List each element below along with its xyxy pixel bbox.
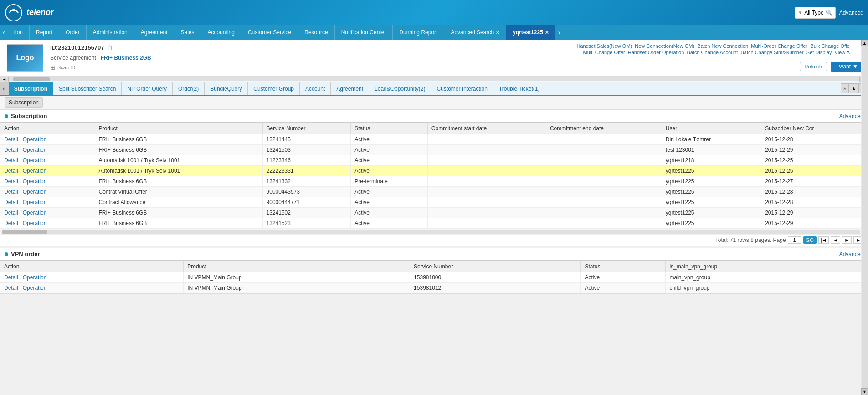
status-cell: Active [351, 218, 428, 229]
nav-item-accounting[interactable]: Accounting [201, 25, 241, 40]
nav-item-customer-service[interactable]: Customer Service [241, 25, 298, 40]
nav-item-dunning-report[interactable]: Dunning Report [393, 25, 444, 40]
vpn-operation-link[interactable]: Operation [23, 285, 47, 291]
tab-split-subscriber[interactable]: Split Subscriber Search [53, 82, 122, 96]
link-bulk-change[interactable]: Bulk Change Offe [810, 43, 850, 49]
detail-link[interactable]: Detail [4, 199, 18, 205]
vpn-title: VPN order [5, 251, 40, 257]
advanced-header-link[interactable]: Advanced [839, 10, 863, 16]
commitment-start-cell [427, 176, 546, 187]
operation-link[interactable]: Operation [23, 178, 47, 185]
operation-link[interactable]: Operation [23, 189, 47, 195]
operation-link[interactable]: Operation [23, 220, 47, 226]
prev-page-btn[interactable]: ◄ [831, 236, 840, 244]
link-handset-order[interactable]: Handset Order Operation [628, 50, 684, 55]
nav-item-yqrtest1225[interactable]: yqrtest1225 ✕ [506, 25, 555, 40]
search-icon[interactable]: 🔍 [826, 10, 832, 16]
page-input[interactable] [788, 236, 801, 244]
refresh-button[interactable]: Refresh [800, 62, 827, 71]
detail-link[interactable]: Detail [4, 178, 18, 185]
subscription-row: Detail Operation FRI+ Business 6GB 13241… [0, 208, 868, 218]
nav-arrow-left[interactable]: ‹ [0, 25, 8, 40]
tab-nav-left[interactable]: « [0, 82, 9, 96]
user-cell: test 123001 [662, 145, 761, 155]
search-dropdown[interactable]: ▼ All Type 🔍 [795, 7, 835, 19]
subscription-hscroll[interactable]: ► [0, 229, 868, 234]
status-cell: Active [351, 197, 428, 208]
tab-trouble-ticket[interactable]: Trouble Ticket(1) [493, 82, 546, 96]
tab-customer-group[interactable]: Customer Group [248, 82, 300, 96]
link-batch-new-connection[interactable]: Batch New Connection [697, 43, 748, 49]
link-set-display[interactable]: Set Display [806, 50, 832, 55]
tab-lead-opportunity[interactable]: Lead&Opportunity(2) [369, 82, 431, 96]
detail-link[interactable]: Detail [4, 157, 18, 164]
vpn-detail-link[interactable]: Detail [4, 285, 18, 291]
user-cell: yqrtest1225 [662, 187, 761, 197]
tab-customer-interaction[interactable]: Customer Interaction [431, 82, 493, 96]
status-cell: Active [351, 187, 428, 197]
link-batch-change-sim[interactable]: Batch Change Sim&Number [740, 50, 803, 55]
operation-link[interactable]: Operation [23, 157, 47, 164]
link-multi-order-change[interactable]: Multi-Order Change Offer [751, 43, 807, 49]
link-handset-sales[interactable]: Handset Sales(New OM) [577, 43, 632, 49]
tab-subscription[interactable]: Subscription [9, 82, 53, 96]
link-batch-change-account[interactable]: Batch Change Account [687, 50, 738, 55]
tab-nav-right[interactable]: » [841, 83, 849, 93]
tab-scroll-up[interactable]: ▲ [849, 83, 858, 93]
yqrtest-close-icon[interactable]: ✕ [545, 30, 549, 35]
detail-link[interactable]: Detail [4, 168, 18, 174]
nav-item-tion[interactable]: tion [8, 25, 30, 40]
link-multi-change[interactable]: Multi Change Offer [583, 50, 625, 55]
nav-item-administration[interactable]: Administration [87, 25, 134, 40]
tab-order[interactable]: Order(2) [173, 82, 205, 96]
operation-link[interactable]: Operation [23, 147, 47, 153]
tab-agreement[interactable]: Agreement [331, 82, 369, 96]
detail-link[interactable]: Detail [4, 210, 18, 216]
detail-link[interactable]: Detail [4, 189, 18, 195]
nav-item-resource[interactable]: Resource [298, 25, 334, 40]
detail-link[interactable]: Detail [4, 220, 18, 226]
scroll-left-btn[interactable]: ◄ [0, 77, 9, 82]
subscription-row: Detail Operation FRI+ Business 6GB 13241… [0, 176, 868, 187]
advanced-search-close-icon[interactable]: ✕ [496, 30, 499, 35]
detail-link[interactable]: Detail [4, 147, 18, 153]
operation-link[interactable]: Operation [23, 168, 47, 174]
link-view-a[interactable]: View A [835, 50, 850, 55]
scan-id-label[interactable]: Scan ID [57, 65, 75, 70]
subscription-row: Detail Operation Automatisk 1001 / Tryk … [0, 155, 868, 166]
nav-item-advanced-search[interactable]: Advanced Search ✕ [444, 25, 506, 40]
vpn-advanced-link[interactable]: Advanced [839, 251, 863, 257]
top-header: telenor ▼ All Type 🔍 Advanced [0, 0, 868, 25]
tab-account[interactable]: Account [300, 82, 331, 96]
vpn-operation-link[interactable]: Operation [23, 274, 47, 281]
operation-link[interactable]: Operation [23, 199, 47, 205]
iwant-button[interactable]: I want ▼ [831, 62, 863, 72]
next-page-btn[interactable]: ► [842, 236, 852, 244]
horizontal-scrollbar[interactable]: ◄ ► [0, 77, 868, 82]
tab-bundlequery[interactable]: BundleQuery [205, 82, 248, 96]
main-scroll-up[interactable]: ▲ [861, 40, 868, 46]
subscription-section: Subscription Advanced Action Product Ser… [0, 110, 868, 246]
nav-item-sales[interactable]: Sales [174, 25, 201, 40]
sub-tab-subscription[interactable]: Subscription [5, 97, 43, 108]
operation-link[interactable]: Operation [23, 136, 47, 143]
commitment-start-cell [427, 197, 546, 208]
commitment-start-cell [427, 187, 546, 197]
nav-item-notification-center[interactable]: Notification Center [335, 25, 393, 40]
link-new-connection[interactable]: New Connection(New OM) [635, 43, 694, 49]
nav-item-order[interactable]: Order [59, 25, 87, 40]
tab-np-order[interactable]: NP Order Query [122, 82, 172, 96]
subscription-advanced-link[interactable]: Advanced [839, 113, 863, 119]
commitment-end-cell [546, 134, 662, 145]
nav-arrow-right[interactable]: › [555, 25, 563, 40]
nav-item-agreement[interactable]: Agreement [134, 25, 175, 40]
vpn-action-cell: Detail Operation [0, 283, 184, 293]
main-vscroll[interactable]: ▲ ▼ [861, 40, 868, 294]
detail-link[interactable]: Detail [4, 136, 18, 143]
first-page-btn[interactable]: |◄ [818, 236, 829, 244]
vpn-detail-link[interactable]: Detail [4, 274, 18, 281]
go-button[interactable]: GO [803, 236, 817, 244]
nav-item-report[interactable]: Report [30, 25, 59, 40]
operation-link[interactable]: Operation [23, 210, 47, 216]
service-value[interactable]: FRI+ Business 2GB [101, 55, 151, 61]
